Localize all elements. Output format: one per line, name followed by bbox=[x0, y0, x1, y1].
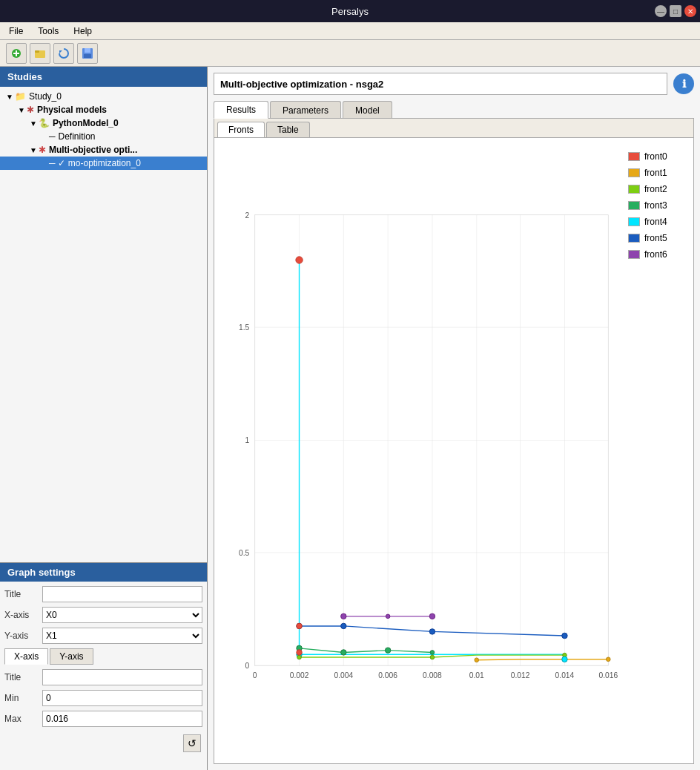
legend-label-front5: front5 bbox=[644, 233, 667, 243]
gs-title-input[interactable] bbox=[42, 586, 202, 602]
legend-label-front6: front6 bbox=[644, 249, 667, 260]
tree-item-study0[interactable]: ▼ 📁 Study_0 bbox=[0, 90, 207, 103]
chart-legend: front0 front1 front2 front3 bbox=[628, 144, 687, 757]
svg-text:1: 1 bbox=[245, 436, 250, 444]
svg-rect-7 bbox=[85, 48, 90, 53]
tree-area: ▼ 📁 Study_0 ▼ ✱ Physical models ▼ 🐍 Pyth… bbox=[0, 87, 207, 562]
gs-axis-title-input[interactable] bbox=[42, 669, 202, 685]
tree-item-physical-models[interactable]: ▼ ✱ Physical models bbox=[0, 103, 207, 116]
gs-title-label: Title bbox=[4, 589, 38, 599]
svg-point-56 bbox=[607, 657, 611, 662]
legend-swatch-front4 bbox=[628, 217, 640, 226]
maximize-button[interactable]: □ bbox=[670, 5, 681, 17]
gs-axis-title-row: Title bbox=[4, 669, 202, 685]
gs-xaxis-select[interactable]: X0 X1 bbox=[42, 607, 202, 623]
legend-swatch-front3 bbox=[628, 201, 640, 210]
right-panel: Multi-objective optimization - nsga2 ℹ R… bbox=[208, 67, 700, 770]
save-button[interactable] bbox=[77, 43, 98, 64]
title-bar: Persalys — □ ✕ bbox=[0, 0, 700, 22]
svg-text:0: 0 bbox=[245, 662, 250, 670]
axis-tab-xaxis[interactable]: X-axis bbox=[4, 648, 48, 665]
gs-min-row: Min 0 bbox=[4, 690, 202, 706]
axis-tabs: X-axis Y-axis bbox=[4, 648, 202, 665]
left-panel: Studies ▼ 📁 Study_0 ▼ ✱ Physical models … bbox=[0, 67, 208, 770]
svg-point-46 bbox=[562, 633, 567, 638]
graph-settings-label: Graph settings bbox=[7, 567, 76, 578]
svg-point-58 bbox=[297, 623, 302, 628]
legend-swatch-front2 bbox=[628, 185, 640, 194]
app-title: Persalys bbox=[331, 6, 369, 17]
tab-parameters[interactable]: Parameters bbox=[270, 101, 341, 119]
new-button[interactable] bbox=[6, 43, 27, 64]
gs-xaxis-label: X-axis bbox=[4, 610, 38, 620]
legend-swatch-front0 bbox=[628, 152, 640, 161]
legend-label-front3: front3 bbox=[644, 200, 667, 211]
tab-model[interactable]: Model bbox=[343, 101, 392, 119]
tree-label-multiobjective: Multi-objective opti... bbox=[49, 145, 137, 155]
arrow-physical-models: ▼ bbox=[18, 106, 25, 114]
tree-item-multiobjective[interactable]: ▼ ✱ Multi-objective opti... bbox=[0, 143, 207, 157]
gs-yaxis-select[interactable]: X1 X0 bbox=[42, 628, 202, 644]
tree-item-mo-optimization0[interactable]: ▶ ─ ✓ mo-optimization_0 bbox=[0, 157, 207, 170]
arrow-mo-opt: ▶ bbox=[42, 159, 47, 168]
tab-results[interactable]: Results bbox=[214, 101, 268, 119]
minimize-button[interactable]: — bbox=[655, 5, 667, 17]
chart-area: 2 1.5 1 0.5 0 0 0.002 0.004 0.006 0.008 … bbox=[214, 138, 693, 763]
close-button[interactable]: ✕ bbox=[684, 5, 696, 17]
svg-point-45 bbox=[429, 629, 435, 634]
chart-svg: 2 1.5 1 0.5 0 0 0.002 0.004 0.006 0.008 … bbox=[220, 144, 622, 757]
svg-text:1.5: 1.5 bbox=[239, 323, 250, 332]
svg-point-52 bbox=[430, 655, 435, 659]
legend-label-front0: front0 bbox=[644, 151, 667, 162]
svg-point-44 bbox=[341, 623, 346, 628]
chart-container: 2 1.5 1 0.5 0 0 0.002 0.004 0.006 0.008 … bbox=[220, 144, 622, 757]
refresh-button[interactable] bbox=[53, 43, 74, 64]
svg-marker-5 bbox=[59, 50, 62, 53]
sub-tab-fronts[interactable]: Fronts bbox=[217, 122, 265, 137]
arrow-study0: ▼ bbox=[6, 93, 13, 101]
graph-settings-panel: Graph settings Title X-axis X0 X1 bbox=[0, 562, 207, 770]
svg-point-51 bbox=[297, 655, 302, 659]
legend-label-front2: front2 bbox=[644, 184, 667, 194]
sub-tab-table[interactable]: Table bbox=[266, 122, 310, 137]
legend-swatch-front5 bbox=[628, 234, 640, 243]
legend-swatch-front1 bbox=[628, 168, 640, 177]
main-tabs: Results Parameters Model bbox=[214, 101, 694, 119]
legend-item-front5: front5 bbox=[628, 233, 687, 243]
legend-swatch-front6 bbox=[628, 250, 640, 259]
svg-text:0.5: 0.5 bbox=[239, 549, 250, 557]
gs-title-row: Title bbox=[4, 586, 202, 602]
menu-help[interactable]: Help bbox=[70, 25, 95, 37]
legend-label-front4: front4 bbox=[644, 217, 667, 227]
gs-min-input[interactable]: 0 bbox=[42, 690, 202, 706]
menu-file[interactable]: File bbox=[6, 25, 26, 37]
tree-label-mo-optimization0: mo-optimization_0 bbox=[68, 158, 141, 168]
definition-icon: ─ bbox=[49, 131, 56, 142]
svg-text:0.008: 0.008 bbox=[423, 671, 442, 679]
gs-yaxis-label: Y-axis bbox=[4, 631, 38, 641]
open-button[interactable] bbox=[30, 43, 50, 64]
svg-point-50 bbox=[430, 651, 435, 655]
tree-item-definition[interactable]: ▶ ─ Definition bbox=[0, 130, 207, 143]
tree-label-definition: Definition bbox=[59, 131, 96, 142]
studies-header: Studies bbox=[0, 67, 207, 87]
gs-max-input[interactable]: 0.016 bbox=[42, 711, 202, 727]
axis-tab-yaxis[interactable]: Y-axis bbox=[50, 648, 93, 665]
content-area: Fronts Table bbox=[214, 118, 694, 764]
info-button[interactable]: ℹ bbox=[673, 73, 694, 94]
redo-button[interactable]: ↺ bbox=[183, 734, 201, 752]
content-title: Multi-objective optimization - nsga2 bbox=[220, 79, 383, 90]
gs-redo-row: ↺ bbox=[4, 731, 202, 755]
gs-max-row: Max 0.016 bbox=[4, 711, 202, 727]
legend-item-front1: front1 bbox=[628, 168, 687, 178]
legend-label-front1: front1 bbox=[644, 168, 667, 178]
svg-point-57 bbox=[296, 257, 303, 263]
menu-bar: File Tools Help bbox=[0, 22, 700, 40]
tree-item-pythonmodel0[interactable]: ▼ 🐍 PythonModel_0 bbox=[0, 116, 207, 130]
legend-item-front6: front6 bbox=[628, 249, 687, 260]
menu-tools[interactable]: Tools bbox=[35, 25, 62, 37]
gs-yaxis-row: Y-axis X1 X0 bbox=[4, 628, 202, 644]
studies-label: Studies bbox=[7, 71, 42, 82]
svg-point-42 bbox=[386, 614, 390, 619]
svg-rect-8 bbox=[84, 54, 91, 58]
